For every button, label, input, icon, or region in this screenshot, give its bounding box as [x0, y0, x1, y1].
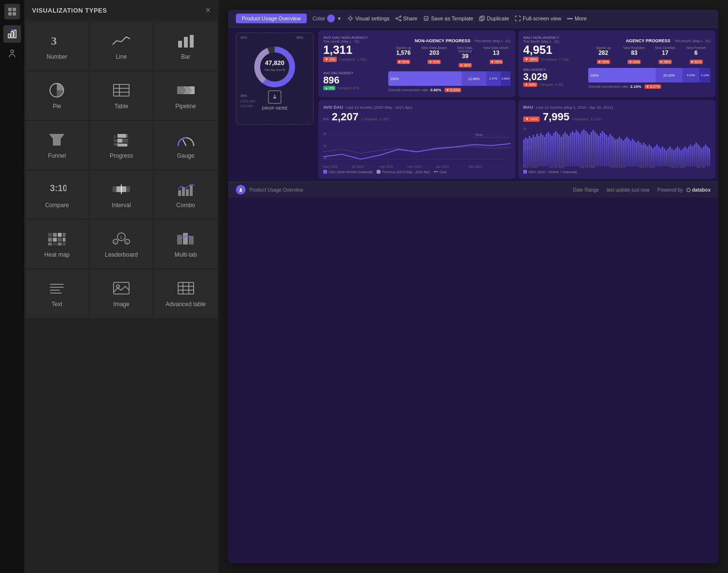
- svg-rect-174: [656, 145, 658, 166]
- svg-rect-158: [626, 137, 628, 166]
- color-picker[interactable]: Color ▼: [313, 15, 342, 22]
- drop-zone[interactable]: DROP HERE: [262, 90, 287, 111]
- svg-rect-176: [660, 148, 662, 166]
- viz-item-progress[interactable]: 3 10 345 Progress: [90, 121, 153, 169]
- svg-rect-65: [178, 282, 194, 294]
- viz-item-combo[interactable]: Combo: [154, 170, 217, 219]
- viz-item-bar[interactable]: Bar: [154, 22, 217, 70]
- svg-rect-24: [117, 134, 126, 138]
- non-agency-header: AVG DAU NON-AGENCY This month (May 1 - 3…: [323, 35, 511, 68]
- svg-text:Dec 27 2020: Dec 27 2020: [639, 165, 655, 168]
- mau-agency-block: MAU AGENCY 3,029 ▼ 29% Compare: 4,264: [523, 68, 584, 87]
- svg-text:3: 3: [51, 34, 57, 47]
- viz-item-funnel[interactable]: Funnel: [25, 121, 89, 169]
- svg-rect-145: [602, 131, 603, 166]
- svg-text:Oct 28 2020: Oct 28 2020: [610, 165, 626, 168]
- svg-rect-160: [630, 141, 631, 166]
- svg-text:1: 1: [120, 235, 122, 240]
- svg-text:1,000: 1,000: [523, 147, 531, 150]
- combo-icon: [176, 180, 196, 198]
- svg-rect-189: [684, 147, 686, 166]
- viz-item-line[interactable]: Line: [90, 22, 153, 70]
- drag-pct-label-1: 34%: [240, 36, 247, 39]
- viz-item-text-label: Text: [51, 301, 62, 308]
- svg-rect-34: [178, 190, 181, 196]
- new-data-driven-stat: New Data-driven 13 ▼ 35%: [481, 46, 511, 68]
- mau-non-agency: MAU NON-AGENCY This Month (May 1 - 31) 4…: [523, 35, 584, 62]
- svg-rect-42: [48, 238, 52, 242]
- drag-legend-2: 134,340: [240, 104, 252, 108]
- viz-item-table[interactable]: Table: [90, 71, 153, 120]
- dashboard-title-badge: Product Usage Overview: [236, 14, 307, 23]
- svg-rect-155: [621, 139, 622, 166]
- viz-panel-close-button[interactable]: ×: [205, 6, 211, 15]
- sidebar-item-chart[interactable]: +: [3, 25, 21, 43]
- save-template-button[interactable]: Save as Template: [423, 16, 473, 21]
- viz-item-compare[interactable]: 3:10 Compare: [25, 170, 89, 219]
- bar-icon: [176, 32, 196, 49]
- viz-item-multitab[interactable]: Multi-tab: [154, 220, 217, 268]
- svg-rect-142: [596, 134, 598, 166]
- viz-item-pipeline[interactable]: Pipeline: [154, 71, 217, 120]
- svg-rect-144: [600, 133, 601, 166]
- svg-rect-198: [701, 148, 703, 166]
- viz-item-number[interactable]: 3 Number: [25, 22, 89, 70]
- fullscreen-button[interactable]: Full-screen view: [515, 16, 561, 21]
- svg-rect-167: [643, 143, 645, 166]
- viz-item-pipeline-label: Pipeline: [175, 103, 196, 110]
- svg-rect-175: [658, 147, 660, 166]
- viz-item-image[interactable]: Image: [90, 269, 153, 318]
- svg-rect-43: [53, 238, 57, 242]
- svg-rect-202: [709, 148, 710, 166]
- duplicate-button[interactable]: Duplicate: [479, 16, 509, 21]
- svg-text:2: 2: [114, 241, 116, 244]
- pipeline-icon: [176, 82, 196, 99]
- avg-dau-non-agency: AVG DAU NON-AGENCY This month (May 1 - 3…: [323, 35, 384, 62]
- svg-rect-120: [555, 131, 557, 166]
- pie-icon: [47, 82, 66, 99]
- svg-rect-184: [675, 148, 677, 166]
- svg-rect-186: [678, 148, 680, 166]
- svg-rect-200: [705, 145, 706, 166]
- viz-item-leaderboard[interactable]: 1 2 3 Leaderboard: [90, 220, 153, 268]
- share-button[interactable]: Share: [396, 16, 417, 21]
- heatmap-icon: [47, 230, 66, 247]
- avg-dau-compare: Compare: 1,331: [339, 57, 366, 62]
- avg-dau-value: 1,311: [323, 44, 384, 56]
- svg-rect-137: [587, 133, 588, 166]
- svg-rect-152: [615, 140, 616, 166]
- app-logo[interactable]: [4, 4, 20, 19]
- svg-rect-193: [692, 147, 693, 166]
- databox-logo: ⬡ databox: [686, 187, 711, 193]
- svg-text:Jul 2020: Jul 2020: [351, 165, 364, 168]
- svg-point-70: [349, 17, 352, 20]
- viz-item-text[interactable]: Text: [25, 269, 89, 318]
- compare-icon: 3:10: [47, 180, 66, 198]
- svg-point-9: [11, 50, 14, 53]
- main-content: Product Usage Overview Color ▼ Visual se…: [218, 0, 728, 573]
- sidebar-item-people[interactable]: [3, 45, 21, 62]
- footer-date-range[interactable]: Date Range: [573, 187, 599, 193]
- drag-pct-label-3: 39%: [240, 94, 247, 98]
- svg-text:Nov 2020: Nov 2020: [408, 165, 422, 168]
- footer-avatar: [236, 185, 246, 195]
- more-button[interactable]: ••• More: [567, 16, 587, 21]
- viz-item-heatmap[interactable]: Heat map: [25, 220, 89, 268]
- viz-item-interval[interactable]: Interval: [90, 170, 153, 219]
- new-data-informed-stat: New Data-Informed 39 ▼ 90%: [451, 46, 480, 68]
- viz-item-gauge[interactable]: Gauge: [154, 121, 217, 169]
- agency-new-registers-stat: New Registers 83 ▼ 94%: [620, 46, 649, 65]
- svg-rect-130: [574, 133, 575, 166]
- svg-text:3: 3: [114, 135, 116, 138]
- visual-settings-button[interactable]: Visual settings: [347, 16, 390, 21]
- signed-up-stat: Signed up 1,576 ▼ 68%: [389, 46, 418, 68]
- viz-item-pie[interactable]: Pie: [25, 71, 89, 120]
- svg-rect-161: [632, 139, 633, 166]
- svg-rect-128: [570, 133, 572, 166]
- svg-point-77: [396, 18, 397, 19]
- viz-item-heatmap-label: Heat map: [44, 251, 69, 258]
- svg-rect-190: [686, 148, 688, 166]
- viz-item-advanced-table[interactable]: Advanced table: [154, 269, 217, 318]
- svg-rect-187: [680, 150, 682, 166]
- viz-item-line-label: Line: [116, 53, 127, 60]
